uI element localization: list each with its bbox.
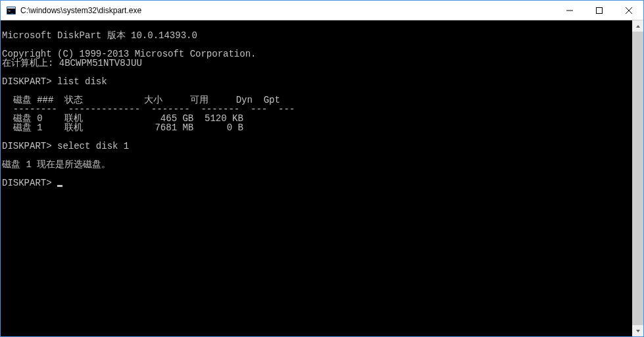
minimize-icon [566,7,573,14]
close-button[interactable] [614,1,643,20]
app-icon: >_ [6,5,16,16]
prompt-line-1: DISKPART> list disk [2,77,632,86]
blank-line [2,169,632,178]
terminal-output[interactable]: Microsoft DiskPart 版本 10.0.14393.0Copyri… [1,20,632,336]
console-window: >_ C:\windows\system32\diskpart.exe Micr… [0,0,644,337]
svg-rect-3 [7,7,15,9]
blank-line [2,132,632,142]
scroll-thumb[interactable] [632,32,643,325]
minimize-button[interactable] [555,1,584,20]
prompt: DISKPART> [2,141,57,151]
maximize-button[interactable] [584,1,614,20]
svg-text:>_: >_ [8,9,14,14]
selected-message: 磁盘 1 现在是所选磁盘。 [2,160,632,169]
blank-line [2,22,632,31]
scroll-up-icon [635,24,641,29]
scroll-down-icon [635,328,641,334]
prompt-line-3: DISKPART> [2,178,632,188]
maximize-icon [596,7,603,14]
table-divider: -------- ------------- ------- ------- -… [2,105,632,114]
titlebar[interactable]: >_ C:\windows\system32\diskpart.exe [1,1,643,20]
computer-line: 在计算机上: 4BCWPM51NTV8JUU [2,59,632,68]
copyright-line: Copyright (C) 1999-2013 Microsoft Corpor… [2,49,632,59]
blank-line [2,40,632,49]
table-row: 磁盘 0 联机 465 GB 5120 KB [2,114,632,123]
blank-line [2,68,632,77]
scroll-track[interactable] [632,32,643,325]
content-area: Microsoft DiskPart 版本 10.0.14393.0Copyri… [1,20,643,336]
prompt-line-2: DISKPART> select disk 1 [2,142,632,151]
vertical-scrollbar[interactable] [632,20,643,336]
svg-rect-4 [596,7,602,13]
table-header: 磁盘 ### 状态 大小 可用 Dyn Gpt [2,95,632,105]
cursor [57,185,62,187]
command-list-disk: list disk [57,76,107,87]
prompt: DISKPART> [2,178,57,188]
close-icon [626,7,632,14]
version-line: Microsoft DiskPart 版本 10.0.14393.0 [2,31,632,40]
blank-line [2,151,632,160]
scroll-down-button[interactable] [632,325,643,336]
blank-line [2,86,632,95]
window-title: C:\windows\system32\diskpart.exe [20,6,555,15]
prompt: DISKPART> [2,76,57,87]
window-controls [555,1,643,20]
scroll-up-button[interactable] [632,20,643,32]
command-select-disk: select disk 1 [57,141,129,151]
table-row: 磁盘 1 联机 7681 MB 0 B [2,123,632,132]
